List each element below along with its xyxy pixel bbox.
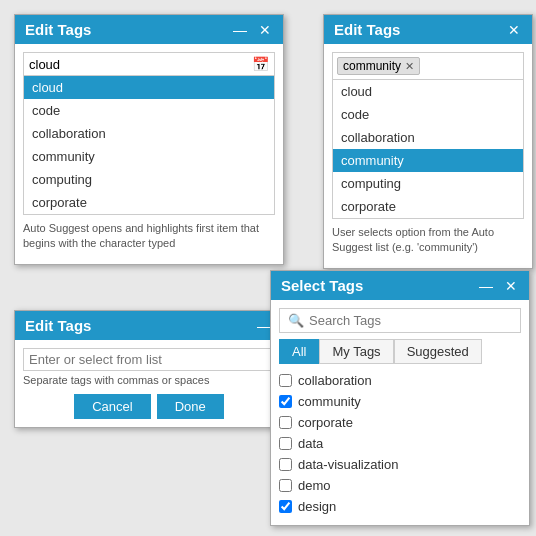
checkbox-collaboration[interactable] [279, 374, 292, 387]
dialog3-tag-input[interactable] [29, 352, 269, 367]
checkbox-data[interactable] [279, 437, 292, 450]
dialog3-title: Edit Tags [25, 317, 91, 334]
list-item-design: design [279, 496, 521, 517]
dropdown-item-computing[interactable]: computing [24, 168, 274, 191]
list-item-data-visualization: data-visualization [279, 454, 521, 475]
d2-dropdown-cloud[interactable]: cloud [333, 80, 523, 103]
dropdown-item-community[interactable]: community [24, 145, 274, 168]
label-design: design [298, 499, 336, 514]
search-icon: 🔍 [288, 313, 304, 328]
dialog4-body: 🔍 All My Tags Suggested collaboration co… [271, 300, 529, 525]
dialog1-minimize-button[interactable]: — [231, 22, 249, 38]
calendar-icon[interactable]: 📅 [252, 56, 269, 72]
d2-dropdown-collaboration[interactable]: collaboration [333, 126, 523, 149]
list-item-collaboration: collaboration [279, 370, 521, 391]
dialog3-done-button[interactable]: Done [157, 394, 224, 419]
chip-remove-button[interactable]: ✕ [405, 60, 414, 73]
dialog2-controls: ✕ [506, 22, 522, 38]
list-item-data: data [279, 433, 521, 454]
list-item-community: community [279, 391, 521, 412]
tab-suggested[interactable]: Suggested [394, 339, 482, 364]
dropdown-item-cloud[interactable]: cloud [24, 76, 274, 99]
edit-tags-dialog-1: Edit Tags — ✕ 📅 cloud code collaboration… [14, 14, 284, 265]
dropdown-item-collaboration[interactable]: collaboration [24, 122, 274, 145]
community-chip: community ✕ [337, 57, 420, 75]
checkbox-data-visualization[interactable] [279, 458, 292, 471]
dialog4-title: Select Tags [281, 277, 363, 294]
dialog1-input-wrapper: 📅 [23, 52, 275, 76]
dialog2-title: Edit Tags [334, 21, 400, 38]
dialog3-body: Separate tags with commas or spaces Canc… [15, 340, 283, 427]
dialog2-chips: community ✕ [332, 52, 524, 80]
tabs: All My Tags Suggested [279, 339, 521, 364]
label-data-visualization: data-visualization [298, 457, 398, 472]
dialog2-titlebar: Edit Tags ✕ [324, 15, 532, 44]
dialog1-body: 📅 cloud code collaboration community com… [15, 44, 283, 264]
dialog1-title: Edit Tags [25, 21, 91, 38]
dialog4-titlebar: Select Tags — ✕ [271, 271, 529, 300]
dialog1-tag-input[interactable] [29, 57, 252, 72]
dropdown-item-corporate[interactable]: corporate [24, 191, 274, 214]
dropdown-item-code[interactable]: code [24, 99, 274, 122]
d2-dropdown-code[interactable]: code [333, 103, 523, 126]
tab-my-tags[interactable]: My Tags [319, 339, 393, 364]
tab-all[interactable]: All [279, 339, 319, 364]
dialog2-dropdown: cloud code collaboration community compu… [332, 80, 524, 219]
dialog4-controls: — ✕ [477, 278, 519, 294]
checkbox-community[interactable] [279, 395, 292, 408]
edit-tags-dialog-2: Edit Tags ✕ community ✕ cloud code colla… [323, 14, 533, 269]
label-corporate: corporate [298, 415, 353, 430]
list-item-demo: demo [279, 475, 521, 496]
dialog3-actions: Cancel Done [23, 394, 275, 419]
dialog3-titlebar: Edit Tags — [15, 311, 283, 340]
list-item-corporate: corporate [279, 412, 521, 433]
dialog3-input-wrapper [23, 348, 275, 371]
dialog1-titlebar: Edit Tags — ✕ [15, 15, 283, 44]
checkbox-list: collaboration community corporate data d… [279, 370, 521, 517]
checkbox-design[interactable] [279, 500, 292, 513]
dialog1-caption: Auto Suggest opens and highlights first … [23, 215, 275, 256]
checkbox-corporate[interactable] [279, 416, 292, 429]
dialog3-hint: Separate tags with commas or spaces [23, 371, 275, 394]
dialog2-body: community ✕ cloud code collaboration com… [324, 44, 532, 268]
label-demo: demo [298, 478, 331, 493]
label-data: data [298, 436, 323, 451]
checkbox-demo[interactable] [279, 479, 292, 492]
label-collaboration: collaboration [298, 373, 372, 388]
d2-dropdown-computing[interactable]: computing [333, 172, 523, 195]
search-input[interactable] [309, 313, 512, 328]
dialog1-close-button[interactable]: ✕ [257, 22, 273, 38]
search-bar: 🔍 [279, 308, 521, 333]
label-community: community [298, 394, 361, 409]
dialog1-dropdown: cloud code collaboration community compu… [23, 76, 275, 215]
select-tags-dialog: Select Tags — ✕ 🔍 All My Tags Suggested … [270, 270, 530, 526]
d2-dropdown-corporate[interactable]: corporate [333, 195, 523, 218]
dialog3-cancel-button[interactable]: Cancel [74, 394, 150, 419]
dialog2-close-button[interactable]: ✕ [506, 22, 522, 38]
dialog4-close-button[interactable]: ✕ [503, 278, 519, 294]
edit-tags-dialog-3: Edit Tags — Separate tags with commas or… [14, 310, 284, 428]
d2-dropdown-community[interactable]: community [333, 149, 523, 172]
dialog2-caption: User selects option from the Auto Sugges… [332, 219, 524, 260]
chip-label: community [343, 59, 401, 73]
dialog4-minimize-button[interactable]: — [477, 278, 495, 294]
dialog1-controls: — ✕ [231, 22, 273, 38]
